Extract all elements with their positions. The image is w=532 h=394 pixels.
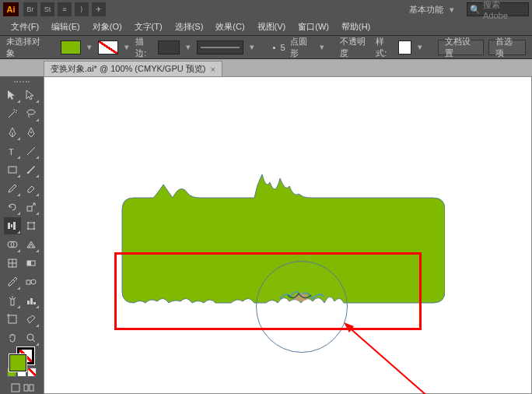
opacity-label: 不透明度: [340, 36, 372, 59]
fill-swatch[interactable]: [61, 40, 81, 55]
artboard-tool[interactable]: [4, 311, 21, 328]
selection-tool[interactable]: [4, 86, 21, 104]
pencil-tool[interactable]: [4, 180, 21, 197]
svg-point-28: [27, 334, 33, 340]
graphic-style-swatch[interactable]: [398, 40, 411, 55]
brush-dropdown-icon[interactable]: ▾: [248, 42, 256, 52]
brush-selector[interactable]: [197, 40, 243, 55]
shape-builder-tool[interactable]: [4, 236, 21, 253]
canvas[interactable]: [44, 76, 532, 394]
search-icon: 🔍: [470, 5, 481, 15]
menu-file[interactable]: 文件(F): [5, 21, 45, 33]
magic-wand-tool[interactable]: [4, 105, 21, 122]
menu-window[interactable]: 窗口(W): [292, 21, 335, 33]
svg-line-29: [33, 339, 35, 342]
more-icon[interactable]: ⟩: [75, 2, 89, 16]
rotate-tool[interactable]: [4, 199, 21, 216]
search-input[interactable]: 🔍 搜索 Adobe: [467, 2, 529, 16]
style-dropdown-icon[interactable]: ▾: [416, 42, 424, 52]
svg-line-4: [27, 147, 35, 155]
svg-rect-31: [24, 385, 28, 391]
svg-point-20: [31, 280, 36, 284]
menu-view[interactable]: 视图(V): [251, 21, 292, 33]
menu-help[interactable]: 帮助(H): [335, 21, 376, 33]
menu-object[interactable]: 对象(O): [86, 21, 128, 33]
tab-close-icon[interactable]: ×: [210, 65, 215, 74]
app-topbar: Ai Br St ≡ ⟩ ✈ 基本功能 ▾ 🔍 搜索 Adobe: [0, 0, 532, 19]
symbol-sprayer-tool[interactable]: [4, 292, 21, 309]
tools-panel: T: [0, 76, 44, 394]
svg-rect-22: [27, 301, 30, 304]
pen-tool[interactable]: [4, 124, 21, 141]
profile-dropdown-icon[interactable]: ▾: [318, 42, 326, 52]
panel-gripper-icon[interactable]: [14, 81, 30, 83]
svg-rect-25: [9, 315, 16, 323]
hand-tool[interactable]: [4, 329, 21, 347]
stroke-weight-input[interactable]: [158, 40, 180, 55]
eraser-tool[interactable]: [23, 180, 40, 197]
svg-rect-5: [9, 167, 16, 173]
fill-dropdown-icon[interactable]: ▾: [86, 42, 93, 52]
svg-point-10: [27, 228, 29, 230]
control-bar: 未选择对象 ▾ ▾ 描边: ▾ ▾ • 5 点圆形 ▾ 不透明度 样式: ▾ 文…: [0, 36, 532, 59]
stroke-weight-dropdown-icon[interactable]: ▾: [184, 42, 192, 52]
arrange-icon[interactable]: ≡: [58, 2, 72, 16]
perspective-tool[interactable]: [23, 236, 40, 253]
menu-type[interactable]: 文字(T): [128, 21, 169, 33]
zoom-tool[interactable]: [23, 329, 40, 347]
menu-edit[interactable]: 编辑(E): [45, 21, 86, 33]
svg-rect-19: [26, 280, 30, 284]
preferences-button[interactable]: 首选项: [488, 40, 527, 55]
line-tool[interactable]: [23, 142, 40, 160]
tab-title: 变换对象.ai* @ 100% (CMYK/GPU 预览): [51, 63, 205, 75]
svg-point-11: [33, 228, 35, 230]
style-label: 样式:: [376, 36, 394, 59]
eyedropper-tool[interactable]: [4, 273, 21, 290]
screen-mode-toggle[interactable]: [23, 382, 35, 394]
svg-rect-24: [33, 302, 36, 304]
document-setup-button[interactable]: 文档设置: [438, 40, 484, 55]
color-mode-none[interactable]: [27, 368, 37, 377]
arrow-annotation: [340, 318, 449, 394]
svg-rect-23: [30, 298, 33, 304]
bridge-icon[interactable]: Br: [23, 2, 37, 16]
width-tool[interactable]: [4, 217, 21, 234]
workspace-dropdown-icon[interactable]: ▾: [450, 5, 459, 14]
selection-status: 未选择对象: [6, 36, 46, 59]
svg-text:T: T: [9, 147, 14, 157]
gradient-tool[interactable]: [23, 255, 40, 272]
profile-size: 5: [280, 43, 285, 52]
workspace-switcher[interactable]: 基本功能: [409, 4, 443, 16]
screen-mode-row: [9, 382, 35, 394]
screen-mode-normal[interactable]: [9, 382, 22, 394]
rectangle-tool[interactable]: [4, 161, 21, 178]
blend-tool[interactable]: [23, 273, 40, 290]
profile-label: 点圆形: [290, 36, 314, 59]
stroke-swatch[interactable]: [98, 40, 118, 55]
search-placeholder: 搜索 Adobe: [483, 0, 526, 20]
svg-point-8: [27, 222, 29, 223]
lasso-tool[interactable]: [23, 105, 40, 122]
graph-tool[interactable]: [23, 292, 40, 309]
svg-rect-18: [27, 261, 31, 266]
plane-icon[interactable]: ✈: [92, 2, 106, 16]
fill-stroke-indicator[interactable]: [9, 354, 34, 364]
direct-selection-tool[interactable]: [23, 86, 40, 104]
type-tool[interactable]: T: [4, 142, 21, 160]
fill-color-icon[interactable]: [9, 354, 26, 371]
stock-icon[interactable]: St: [40, 2, 54, 16]
paintbrush-tool[interactable]: [23, 161, 40, 178]
menu-select[interactable]: 选择(S): [169, 21, 210, 33]
free-transform-tool[interactable]: [23, 217, 40, 234]
mesh-tool[interactable]: [4, 255, 21, 272]
document-tab[interactable]: 变换对象.ai* @ 100% (CMYK/GPU 预览) ×: [44, 61, 222, 76]
stroke-label: 描边:: [135, 36, 153, 59]
document-tabbar: 变换对象.ai* @ 100% (CMYK/GPU 预览) ×: [0, 59, 532, 76]
svg-rect-32: [30, 385, 33, 391]
slice-tool[interactable]: [23, 311, 40, 328]
stroke-dropdown-icon[interactable]: ▾: [123, 42, 131, 52]
menu-effect[interactable]: 效果(C): [209, 21, 250, 33]
curvature-tool[interactable]: [23, 124, 40, 141]
scale-tool[interactable]: [23, 199, 40, 216]
svg-point-2: [30, 132, 32, 133]
